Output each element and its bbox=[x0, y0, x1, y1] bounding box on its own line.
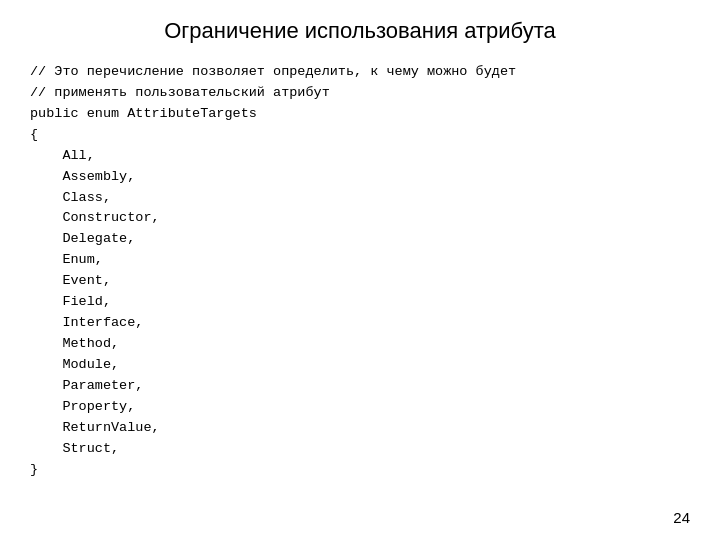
code-block: // Это перечисление позволяет определить… bbox=[0, 62, 720, 480]
page-title: Ограничение использования атрибута bbox=[164, 18, 556, 44]
page-number: 24 bbox=[673, 509, 690, 526]
